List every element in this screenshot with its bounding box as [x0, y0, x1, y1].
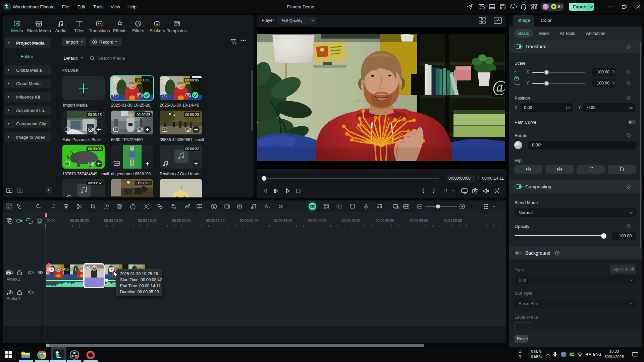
svg-text:AI: AI — [269, 206, 271, 209]
svg-text:T: T — [199, 205, 201, 208]
svg-text:?: ? — [556, 252, 558, 255]
